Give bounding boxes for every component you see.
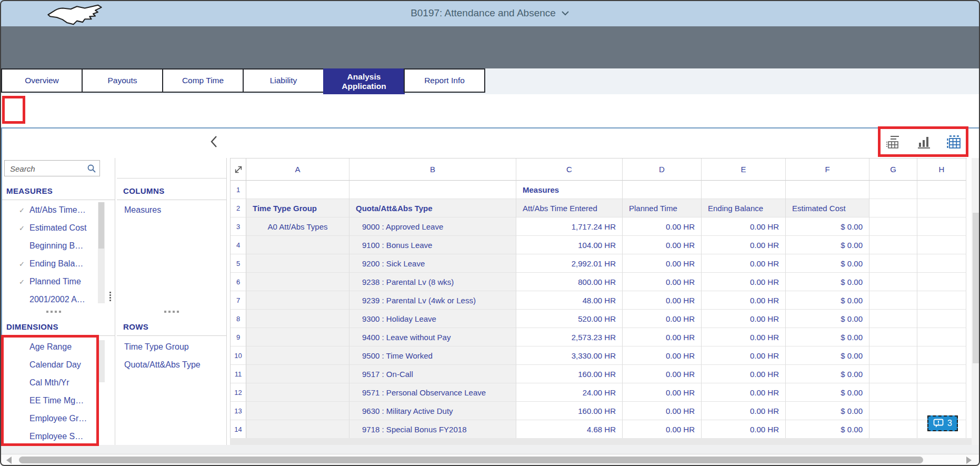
table-cell[interactable] <box>246 383 349 402</box>
table-cell[interactable] <box>246 420 349 439</box>
table-cell[interactable]: 0.00 HR <box>702 310 786 328</box>
table-cell[interactable] <box>869 328 917 346</box>
table-cell[interactable]: 24.00 HR <box>516 383 623 402</box>
table-cell[interactable] <box>917 236 966 254</box>
row-header[interactable]: 4 <box>231 236 246 254</box>
table-cell[interactable] <box>917 310 966 328</box>
table-cell[interactable] <box>869 254 917 273</box>
table-cell[interactable] <box>623 181 702 199</box>
table-cell[interactable] <box>869 346 917 365</box>
column-header-G[interactable]: G <box>869 158 917 181</box>
table-cell[interactable] <box>246 236 349 254</box>
table-cell[interactable]: 160.00 HR <box>516 365 623 383</box>
table-cell[interactable] <box>246 310 349 328</box>
table-cell[interactable]: 3,330.00 HR <box>516 346 623 365</box>
table-cell[interactable]: 0.00 HR <box>702 236 786 254</box>
table-cell[interactable]: $ 0.00 <box>786 420 869 439</box>
table-cell[interactable] <box>246 402 349 420</box>
scroll-right-arrow[interactable] <box>966 457 972 464</box>
table-cell[interactable]: 0.00 HR <box>623 254 702 273</box>
column-header-C[interactable]: C <box>516 158 623 181</box>
table-cell[interactable]: 800.00 HR <box>516 273 623 291</box>
table-cell[interactable]: $ 0.00 <box>786 310 869 328</box>
table-cell[interactable] <box>869 420 917 439</box>
table-cell[interactable] <box>869 402 917 420</box>
table-cell[interactable] <box>246 254 349 273</box>
row-header[interactable]: 8 <box>231 310 246 328</box>
table-cell[interactable]: 2,992.01 HR <box>516 254 623 273</box>
table-cell[interactable]: $ 0.00 <box>786 236 869 254</box>
table-cell[interactable] <box>917 328 966 346</box>
rows-zone-item[interactable]: Time Type Group <box>117 338 226 356</box>
table-cell[interactable] <box>869 365 917 383</box>
table-cell[interactable] <box>702 181 786 199</box>
table-cell[interactable] <box>869 199 917 217</box>
table-cell[interactable] <box>349 181 516 199</box>
table-cell[interactable]: 9239 : Parental Lv (4wk or Less) <box>349 291 516 310</box>
table-cell[interactable]: A0 Att/Abs Types <box>246 217 349 236</box>
table-cell[interactable]: 520.00 HR <box>516 310 623 328</box>
table-cell[interactable] <box>869 310 917 328</box>
table-cell[interactable]: 9400 : Leave without Pay <box>349 328 516 346</box>
table-cell[interactable]: 9630 : Military Active Duty <box>349 402 516 420</box>
row-header[interactable]: 9 <box>231 328 246 346</box>
window-horizontal-scroll-thumb[interactable] <box>19 457 923 463</box>
panel-splitter-handle[interactable] <box>108 291 112 302</box>
table-cell[interactable] <box>246 273 349 291</box>
measure-item[interactable]: ✓Att/Abs Time… <box>0 201 97 219</box>
table-cell[interactable]: 9300 : Holiday Leave <box>349 310 516 328</box>
table-cell[interactable]: $ 0.00 <box>786 328 869 346</box>
table-cell[interactable] <box>917 199 966 217</box>
table-cell[interactable]: 9238 : Parental Lv (8 wks) <box>349 273 516 291</box>
table-cell[interactable]: $ 0.00 <box>786 273 869 291</box>
table-cell[interactable]: 9200 : Sick Leave <box>349 254 516 273</box>
scroll-left-arrow[interactable] <box>6 457 12 464</box>
shell-title[interactable]: B0197: Attendance and Absence <box>0 0 980 26</box>
table-cell[interactable] <box>246 181 349 199</box>
search-input[interactable] <box>9 161 90 176</box>
table-cell[interactable]: 0.00 HR <box>623 217 702 236</box>
table-cell[interactable]: 0.00 HR <box>702 420 786 439</box>
table-cell[interactable]: 104.00 HR <box>516 236 623 254</box>
table-cell[interactable] <box>869 217 917 236</box>
row-header[interactable]: 13 <box>231 402 246 420</box>
table-cell[interactable]: 0.00 HR <box>623 420 702 439</box>
table-cell[interactable] <box>246 346 349 365</box>
tab-payouts[interactable]: Payouts <box>82 68 163 93</box>
table-cell[interactable]: 9500 : Time Worked <box>349 346 516 365</box>
section-splitter-handle[interactable] <box>46 311 61 313</box>
table-cell[interactable]: Quota/Att&Abs Type <box>349 199 516 217</box>
table-cell[interactable]: 0.00 HR <box>623 273 702 291</box>
table-cell[interactable] <box>917 383 966 402</box>
select-all-cell[interactable] <box>231 158 246 181</box>
row-header[interactable]: 10 <box>231 346 246 365</box>
table-cell[interactable] <box>869 236 917 254</box>
measure-item[interactable]: ✓Estimated Cost <box>0 219 97 237</box>
measure-item[interactable]: ✓2001/2002 A… <box>0 291 97 304</box>
table-cell[interactable] <box>917 273 966 291</box>
table-cell[interactable] <box>917 346 966 365</box>
table-cell[interactable]: 0.00 HR <box>623 291 702 310</box>
search-box[interactable] <box>4 160 100 176</box>
collapse-panel-icon[interactable] <box>208 135 220 148</box>
table-cell[interactable]: 0.00 HR <box>702 383 786 402</box>
table-cell[interactable]: 9100 : Bonus Leave <box>349 236 516 254</box>
table-cell[interactable]: $ 0.00 <box>786 291 869 310</box>
table-cell[interactable]: 0.00 HR <box>702 402 786 420</box>
table-cell[interactable]: $ 0.00 <box>786 402 869 420</box>
table-cell[interactable]: 0.00 HR <box>623 236 702 254</box>
table-cell[interactable] <box>869 291 917 310</box>
table-cell[interactable]: 4.68 HR <box>516 420 623 439</box>
rows-zone-item[interactable]: Quota/Att&Abs Type <box>117 356 226 374</box>
measures-scrollbar[interactable] <box>98 202 105 303</box>
table-cell[interactable] <box>869 273 917 291</box>
table-cell[interactable]: 2,573.23 HR <box>516 328 623 346</box>
table-cell[interactable] <box>869 181 917 199</box>
table-cell[interactable]: $ 0.00 <box>786 383 869 402</box>
table-cell[interactable]: 0.00 HR <box>702 328 786 346</box>
table-cell[interactable]: Att/Abs Time Entered <box>516 199 623 217</box>
table-cell[interactable]: $ 0.00 <box>786 217 869 236</box>
table-cell[interactable]: Estimated Cost <box>786 199 869 217</box>
table-cell[interactable]: 0.00 HR <box>702 254 786 273</box>
measure-item[interactable]: ✓Beginning B… <box>0 237 97 255</box>
